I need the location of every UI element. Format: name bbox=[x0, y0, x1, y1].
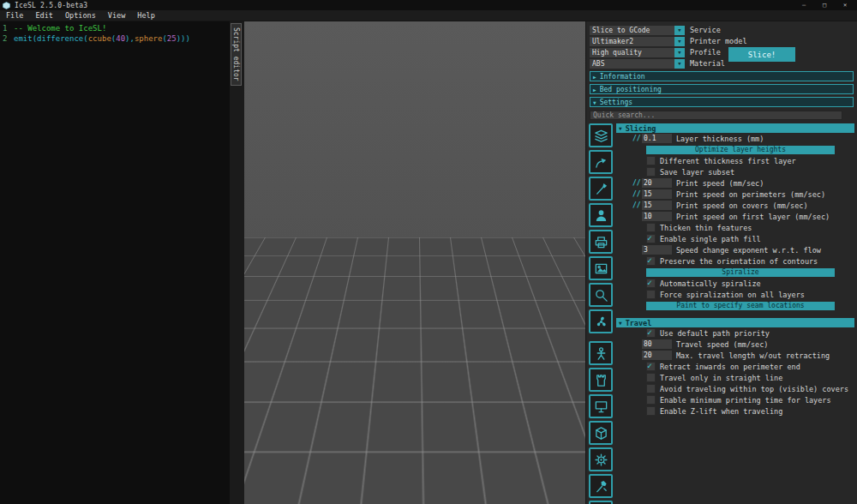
setting-label: Print speed on covers (mm/sec) bbox=[676, 201, 808, 210]
model-cube[interactable] bbox=[354, 272, 551, 422]
service-dropdown-arrow-icon[interactable] bbox=[674, 26, 685, 35]
profile-dropdown[interactable]: High quality bbox=[590, 48, 674, 57]
editor-tabstrip: Script editor bbox=[230, 21, 244, 504]
menu-view[interactable]: View bbox=[102, 11, 131, 20]
profile-label: Profile bbox=[690, 48, 721, 57]
close-button[interactable]: ✕ bbox=[835, 0, 855, 10]
code-token: emit(difference( bbox=[14, 34, 88, 43]
number-field[interactable]: 3 bbox=[642, 245, 672, 255]
section-information[interactable]: ▶ Information bbox=[590, 71, 854, 81]
scripted-flag-icon[interactable]: // bbox=[632, 135, 642, 142]
paint-to-specify-seam-locations-button[interactable]: Paint to specify seam locations bbox=[646, 302, 835, 310]
optimize-layer-heights-button[interactable]: Optimize layer heights bbox=[646, 146, 835, 154]
menu-file[interactable]: File bbox=[0, 11, 29, 20]
image-icon[interactable] bbox=[589, 256, 613, 280]
code-token: ), bbox=[125, 34, 135, 43]
window-title: IceSL 2.5.0-beta3 bbox=[15, 2, 87, 9]
slicing-header[interactable]: ▼ Slicing bbox=[616, 123, 854, 133]
setting-row: Enable Z-lift when traveling bbox=[616, 405, 854, 417]
travel-header[interactable]: ▼ Travel bbox=[616, 318, 854, 327]
setting-row: Spiralize bbox=[616, 267, 854, 278]
checkbox[interactable] bbox=[646, 373, 656, 382]
checkbox[interactable] bbox=[646, 362, 656, 371]
bust-icon[interactable] bbox=[589, 203, 613, 227]
viewport-3d[interactable]: Console bbox=[244, 21, 585, 504]
setting-row: Optimize layer heights bbox=[616, 144, 854, 155]
setting-label: Speed change exponent w.r.t. flow bbox=[676, 246, 821, 255]
setting-row: Preserve the orientation of contours bbox=[616, 255, 854, 267]
scripted-flag-icon[interactable]: // bbox=[632, 190, 642, 198]
spiralize-button[interactable]: Spiralize bbox=[646, 268, 835, 277]
code-token: 40 bbox=[116, 34, 125, 43]
number-field[interactable]: 15 bbox=[642, 201, 672, 210]
search-input[interactable] bbox=[590, 111, 842, 120]
checkbox[interactable] bbox=[646, 384, 656, 393]
checkbox[interactable] bbox=[646, 167, 656, 177]
number-field[interactable]: 20 bbox=[642, 178, 672, 188]
setting-label: Print speed (mm/sec) bbox=[676, 179, 764, 188]
checkbox-label: Enable Z-lift when traveling bbox=[660, 407, 782, 416]
number-field[interactable]: 10 bbox=[642, 212, 672, 221]
figure-icon[interactable] bbox=[589, 341, 613, 365]
checkbox[interactable] bbox=[646, 256, 656, 266]
checkbox[interactable] bbox=[646, 406, 656, 416]
collapse-arrow-icon: ▶ bbox=[593, 74, 596, 80]
checkbox[interactable] bbox=[646, 234, 656, 243]
plus-icon[interactable] bbox=[589, 501, 613, 504]
setting-row: Enable minimum printing time for layers bbox=[616, 394, 854, 405]
travel-path-icon[interactable] bbox=[589, 150, 613, 174]
checkbox[interactable] bbox=[646, 328, 656, 338]
printer-dropdown-arrow-icon[interactable] bbox=[674, 37, 685, 46]
checkbox-label: Automatically spiralize bbox=[660, 279, 761, 288]
menu-edit[interactable]: Edit bbox=[29, 11, 58, 20]
menubar: FileEditOptionsViewHelp bbox=[0, 10, 857, 21]
code-token: 25 bbox=[167, 34, 177, 43]
printer-dropdown[interactable]: Ultimaker2 bbox=[590, 37, 674, 46]
fan-icon[interactable] bbox=[589, 309, 613, 333]
magnifier-icon[interactable] bbox=[589, 283, 613, 307]
tab-script-editor[interactable]: Script editor bbox=[231, 23, 242, 86]
gear-icon[interactable] bbox=[589, 447, 613, 471]
tools-icon[interactable] bbox=[589, 474, 613, 498]
material-dropdown-arrow-icon[interactable] bbox=[674, 59, 685, 69]
checkbox[interactable] bbox=[646, 290, 656, 299]
service-dropdown[interactable]: Slice to GCode bbox=[590, 26, 674, 35]
setting-row: Use default path priority bbox=[616, 327, 854, 339]
maximize-button[interactable]: □ bbox=[814, 0, 835, 10]
build-plate-grid bbox=[244, 21, 585, 237]
tab-console[interactable]: Console bbox=[245, 465, 256, 502]
collapse-arrow-icon: ▼ bbox=[593, 99, 596, 105]
setting-row: Avoid traveling within top (visible) cov… bbox=[616, 383, 854, 394]
monitor-icon[interactable] bbox=[589, 394, 613, 418]
material-dropdown[interactable]: ABS bbox=[590, 59, 674, 69]
brush-icon[interactable] bbox=[589, 177, 613, 201]
section-bed-positioning[interactable]: ▶ Bed positioning bbox=[590, 84, 854, 94]
checkbox[interactable] bbox=[646, 156, 656, 165]
number-field[interactable]: 0.1 bbox=[642, 134, 672, 143]
printer-icon[interactable] bbox=[589, 230, 613, 254]
setting-row: Enable single path fill bbox=[616, 233, 854, 244]
checkbox[interactable] bbox=[646, 395, 656, 405]
code-token: ccube bbox=[88, 34, 111, 43]
number-field[interactable]: 80 bbox=[642, 339, 672, 349]
minimize-button[interactable]: – bbox=[794, 0, 814, 10]
checkbox[interactable] bbox=[646, 223, 656, 232]
window-controls: –□✕ bbox=[794, 0, 855, 10]
menu-help[interactable]: Help bbox=[131, 11, 160, 20]
section-settings[interactable]: ▼ Settings bbox=[590, 97, 854, 107]
slice-button[interactable]: Slice! bbox=[728, 47, 795, 62]
menu-options[interactable]: Options bbox=[59, 11, 102, 20]
checkbox[interactable] bbox=[646, 279, 656, 288]
number-field[interactable]: 15 bbox=[642, 189, 672, 199]
script-editor[interactable]: 1-- Welcome to IceSL!2emit(difference(cc… bbox=[0, 21, 230, 504]
cube-icon[interactable] bbox=[589, 421, 613, 445]
scripted-flag-icon[interactable]: // bbox=[632, 201, 642, 209]
material-label: Material bbox=[690, 59, 725, 68]
collapse-arrow-icon: ▼ bbox=[619, 125, 622, 131]
section-settings-label: Settings bbox=[600, 99, 633, 106]
number-field[interactable]: 20 bbox=[642, 351, 672, 360]
layers-icon[interactable] bbox=[589, 123, 613, 147]
scripted-flag-icon[interactable]: // bbox=[632, 179, 642, 187]
tower-icon[interactable] bbox=[589, 368, 613, 392]
profile-dropdown-arrow-icon[interactable] bbox=[674, 48, 685, 57]
